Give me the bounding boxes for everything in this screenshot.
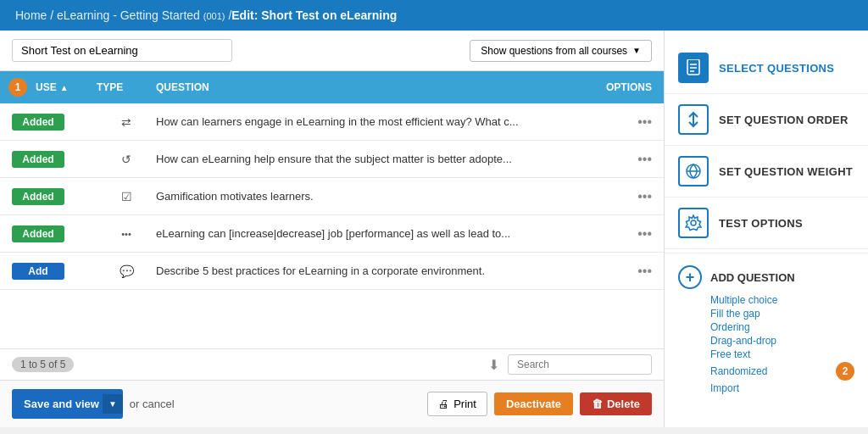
table-header: 1 USE ▲ TYPE QUESTION OPTIONS <box>0 71 664 103</box>
search-input[interactable] <box>508 354 652 375</box>
svg-rect-0 <box>687 59 699 75</box>
col-question-header: QUESTION <box>156 81 576 93</box>
add-question-header: + ADD QUESTION <box>678 265 854 289</box>
show-questions-dropdown[interactable]: Show questions from all courses ▼ <box>470 40 652 62</box>
print-icon: 🖨 <box>438 398 449 410</box>
question-text: Describe 5 best practices for eLearning … <box>156 264 576 277</box>
add-question-label: ADD QUESTION <box>710 271 795 284</box>
options-menu[interactable]: ••• <box>576 264 652 279</box>
type-icon: 💬 <box>97 264 156 278</box>
question-text: How can eLearning help ensure that the s… <box>156 153 576 165</box>
import-icon: ⬇ <box>488 357 499 373</box>
multiple-choice-link[interactable]: Multiple choice <box>710 294 854 306</box>
svg-point-7 <box>691 220 696 225</box>
table-row: Added ⇄ How can learners engage in eLear… <box>0 103 664 141</box>
added-button[interactable]: Added <box>12 225 64 242</box>
document-icon <box>678 53 709 83</box>
table-row: Added ↺ How can eLearning help ensure th… <box>0 141 664 178</box>
sidebar: SELECT QUESTIONS SET QUESTION ORDER <box>665 31 868 427</box>
trash-icon: 🗑 <box>592 398 603 410</box>
sidebar-item-select-questions[interactable]: SELECT QUESTIONS <box>665 42 868 94</box>
test-name-input[interactable] <box>12 39 232 62</box>
type-icon: ↺ <box>97 153 156 166</box>
chevron-down-icon: ▼ <box>632 46 641 55</box>
add-question-section: + ADD QUESTION Multiple choice Fill the … <box>665 257 868 403</box>
table-body: Added ⇄ How can learners engage in eLear… <box>0 103 664 348</box>
table-row: Added ☑ Gamification motivates learners.… <box>0 178 664 215</box>
sidebar-item-set-question-order[interactable]: SET QUESTION ORDER <box>665 94 868 146</box>
or-cancel-text: or cancel <box>130 398 175 410</box>
gear-icon <box>678 208 709 238</box>
add-question-links: Multiple choice Fill the gap Ordering Dr… <box>678 294 854 394</box>
question-text: Gamification motivates learners. <box>156 190 576 203</box>
order-icon <box>678 104 709 135</box>
save-view-button[interactable]: Save and view ▼ <box>12 389 123 419</box>
randomized-link[interactable]: Randomized <box>710 365 767 377</box>
set-question-weight-label: SET QUESTION WEIGHT <box>719 165 853 178</box>
plus-icon: + <box>678 265 702 289</box>
type-icon: ☑ <box>97 190 156 203</box>
col-options-header: OPTIONS <box>576 81 652 93</box>
select-questions-label: SELECT QUESTIONS <box>719 62 834 75</box>
badge-2: 2 <box>836 362 854 381</box>
options-menu[interactable]: ••• <box>576 152 652 167</box>
pagination-row: 1 to 5 of 5 ⬇ <box>0 348 664 380</box>
type-icon: ••• <box>97 229 156 239</box>
row-number-badge: 1 <box>8 78 27 97</box>
sidebar-item-test-options[interactable]: TEST OPTIONS <box>665 198 868 249</box>
question-text: eLearning can [increase|decrease] job [p… <box>156 227 576 240</box>
content-area: Show questions from all courses ▼ 1 USE … <box>0 31 665 427</box>
page-header: Home / eLearning - Getting Started (001)… <box>0 0 868 31</box>
type-icon: ⇄ <box>97 115 156 129</box>
col-type-header: TYPE <box>97 81 156 93</box>
pagination-badge: 1 to 5 of 5 <box>12 357 74 372</box>
sort-icon: ▲ <box>60 83 69 92</box>
table-row: Added ••• eLearning can [increase|decrea… <box>0 215 664 253</box>
added-button[interactable]: Added <box>12 188 64 205</box>
sidebar-item-set-question-weight[interactable]: SET QUESTION WEIGHT <box>665 146 868 198</box>
sidebar-divider <box>665 253 868 253</box>
save-view-label: Save and view <box>24 398 99 410</box>
weight-icon <box>678 156 709 186</box>
deactivate-button[interactable]: Deactivate <box>494 392 573 415</box>
top-bar: Show questions from all courses ▼ <box>0 31 664 71</box>
delete-button[interactable]: 🗑 Delete <box>580 392 652 415</box>
print-button[interactable]: 🖨 Print <box>427 392 487 416</box>
page-title: Edit: Short Test on eLearning <box>231 8 397 22</box>
free-text-link[interactable]: Free text <box>710 348 854 360</box>
add-button[interactable]: Add <box>12 263 64 280</box>
footer-bar: Save and view ▼ or cancel 🖨 Print Deacti… <box>0 380 664 427</box>
table-row: Add 💬 Describe 5 best practices for eLea… <box>0 253 664 290</box>
ordering-link[interactable]: Ordering <box>710 321 854 333</box>
import-link[interactable]: Import <box>710 382 854 394</box>
options-menu[interactable]: ••• <box>576 114 652 130</box>
test-options-label: TEST OPTIONS <box>719 217 803 230</box>
added-button[interactable]: Added <box>12 151 64 168</box>
save-view-dropdown-arrow[interactable]: ▼ <box>103 394 123 414</box>
added-button[interactable]: Added <box>12 114 64 131</box>
question-text: How can learners engage in eLearning in … <box>156 115 576 128</box>
col-use-header: 1 USE ▲ <box>12 78 97 97</box>
fill-the-gap-link[interactable]: Fill the gap <box>710 308 854 320</box>
options-menu[interactable]: ••• <box>576 189 652 204</box>
options-menu[interactable]: ••• <box>576 226 652 242</box>
main-container: Show questions from all courses ▼ 1 USE … <box>0 31 868 427</box>
drag-and-drop-link[interactable]: Drag-and-drop <box>710 335 854 347</box>
breadcrumb: Home / eLearning - Getting Started (001)… <box>15 8 231 22</box>
dropdown-label: Show questions from all courses <box>481 45 627 57</box>
set-question-order-label: SET QUESTION ORDER <box>719 114 849 126</box>
